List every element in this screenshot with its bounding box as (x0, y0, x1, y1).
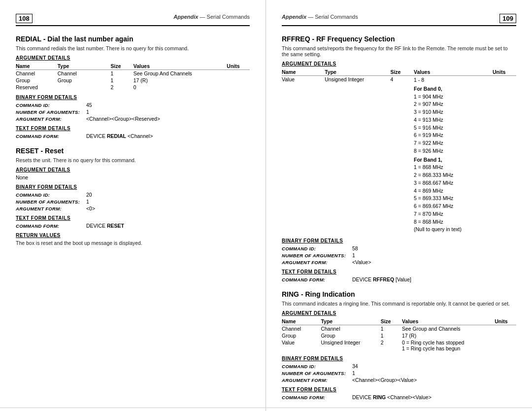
cell-size: 2 (111, 84, 133, 91)
table-row: Group Group 1 17 (R) (16, 77, 250, 84)
ring-cmd-id: COMMAND ID: 34 (282, 363, 516, 369)
table-row: Channel Channel 1 See Group And Channels (16, 70, 250, 77)
list-item: 7 = 870 MHz (414, 210, 491, 218)
list-item: 4 = 869 MHz (414, 187, 491, 195)
left-header: 108 Appendix — Serial Commands (16, 14, 250, 26)
list-item: 1 = 868 MHz (414, 164, 491, 171)
rffreq-arg-form: ARGUMENT FORM: <Value> (282, 259, 516, 265)
left-header-title: Appendix — Serial Commands (173, 14, 250, 20)
list-item: 5 = 869.333 MHz (414, 195, 491, 203)
right-page-number: 109 (499, 14, 516, 23)
table-row: Group Group 1 17 (R) (282, 332, 516, 339)
rffreq-num-args: NUMBER OF ARGUMENTS: 1 (282, 252, 516, 258)
cell-units (227, 70, 250, 77)
left-page-number: 108 (16, 14, 33, 23)
reset-return-title: RETURN VALUES (16, 233, 250, 238)
table-row: Value Unsigned Integer 4 1 - 8 For Band … (282, 76, 516, 235)
list-item: 1 = 904 MHz (414, 93, 491, 101)
cell-units (227, 77, 250, 84)
ring-desc: This command indicates a ringing line. T… (282, 301, 516, 307)
col-name: Name (16, 63, 58, 70)
list-item: 3 = 910 MHz (414, 108, 491, 116)
cell-units (227, 84, 250, 91)
list-item: 0 = Ring cycle has stopped (402, 340, 493, 345)
col-values: Values (414, 68, 493, 76)
table-row: Channel Channel 1 See Group and Channels (282, 325, 516, 333)
ring-cmd-form: COMMAND FORM: DEVICE RING <Channel><Valu… (282, 394, 516, 400)
rffreq-desc: This command sets/reports the frequency … (282, 45, 516, 57)
redial-title: REDIAL - Dial the last number again (16, 35, 250, 43)
left-footer: Technical Services Group ~ 1-800-283-593… (0, 408, 266, 411)
right-page: Appendix — Serial Commands 109 RFFREQ - … (266, 0, 532, 411)
reset-text-title: TEXT FORM DETAILS (16, 215, 250, 221)
list-item: For Band 1, (414, 156, 491, 164)
list-item: 4 = 913 MHz (414, 116, 491, 124)
cell-values: 17 (R) (133, 77, 227, 84)
list-item: 1 - 8 (414, 76, 491, 84)
col-type: Type (321, 318, 380, 325)
rffreq-cmd-id: COMMAND ID: 58 (282, 245, 516, 251)
redial-arg-form: ARGUMENT FORM: <Channel><Group><Reserved… (16, 116, 250, 122)
list-item: 8 = 926 MHz (414, 147, 491, 155)
list-item: 5 = 916 MHz (414, 124, 491, 132)
list-item: 3 = 868.667 MHz (414, 179, 491, 187)
cell-units (493, 76, 516, 235)
col-name: Name (282, 318, 321, 325)
rffreq-arg-table: Name Type Size Values Units Value Unsign… (282, 68, 516, 234)
redial-num-args: NUMBER OF ARGUMENTS: 1 (16, 109, 250, 115)
col-size: Size (381, 318, 402, 325)
ring-arg-title: ARGUMENT DETAILS (282, 310, 516, 316)
cell-name: Group (16, 77, 58, 84)
ring-arg-table: Name Type Size Values Units Channel Chan… (282, 318, 516, 352)
cell-type (58, 84, 111, 91)
list-item: 2 = 868.333 MHz (414, 171, 491, 179)
ring-title: RING - Ring Indication (282, 290, 516, 298)
reset-section: RESET - Reset Resets the unit. There is … (16, 147, 250, 246)
col-type: Type (325, 68, 390, 76)
reset-arg-title: ARGUMENT DETAILS (16, 167, 250, 172)
cell-values: 0 (133, 84, 227, 91)
rffreq-arg-title: ARGUMENT DETAILS (282, 61, 516, 67)
rffreq-cmd-form: COMMAND FORM: DEVICE RFFREQ [Value] (282, 276, 516, 282)
col-size: Size (111, 63, 133, 70)
reset-return-text: The box is reset and the boot up message… (16, 240, 250, 246)
cell-values: See Group And Channels (133, 70, 227, 77)
cell-size: 1 (111, 70, 133, 77)
ring-arg-form: ARGUMENT FORM: <Channel><Group><Value> (282, 377, 516, 383)
rffreq-text-title: TEXT FORM DETAILS (282, 269, 516, 274)
left-page: 108 Appendix — Serial Commands REDIAL - … (0, 0, 266, 411)
table-row: Value Unsigned Integer 2 0 = Ring cycle … (282, 339, 516, 352)
cell-type: Group (58, 77, 111, 84)
reset-cmd-id: COMMAND ID: 20 (16, 192, 250, 198)
list-item: 6 = 919 MHz (414, 132, 491, 139)
list-item: (Null to query in text) (414, 226, 491, 234)
col-values: Values (402, 318, 495, 325)
redial-arg-table: Name Type Size Values Units Channel Chan… (16, 63, 250, 91)
ring-num-args: NUMBER OF ARGUMENTS: 1 (282, 370, 516, 376)
rffreq-title: RFFREQ - RF Frequency Selection (282, 35, 516, 43)
reset-arg-form: ARGUMENT FORM: <0> (16, 206, 250, 211)
col-units: Units (493, 68, 516, 76)
redial-cmd-form: COMMAND FORM: DEVICE REDIAL <Channel> (16, 133, 250, 139)
col-values: Values (133, 63, 227, 70)
redial-desc: This command redials the last number. Th… (16, 45, 250, 51)
cell-name: Reserved (16, 84, 58, 91)
reset-binary-title: BINARY FORM DETAILS (16, 184, 250, 190)
cell-size: 4 (390, 76, 414, 235)
reset-num-args: NUMBER OF ARGUMENTS: 1 (16, 199, 250, 205)
list-item: 1 = Ring cycle has begun (402, 345, 493, 351)
redial-cmd-id: COMMAND ID: 45 (16, 102, 250, 108)
ring-text-title: TEXT FORM DETAILS (282, 387, 516, 392)
col-size: Size (390, 68, 414, 76)
redial-text-title: TEXT FORM DETAILS (16, 126, 250, 131)
col-name: Name (282, 68, 325, 76)
list-item: 6 = 869.667 MHz (414, 203, 491, 210)
right-header: Appendix — Serial Commands 109 (282, 14, 516, 26)
list-item: 2 = 907 MHz (414, 101, 491, 108)
reset-desc: Resets the unit. There is no query for t… (16, 157, 250, 163)
col-units: Units (227, 63, 250, 70)
redial-arg-title: ARGUMENT DETAILS (16, 55, 250, 61)
reset-title: RESET - Reset (16, 147, 250, 155)
right-header-title: Appendix — Serial Commands (282, 14, 358, 20)
cell-type: Channel (58, 70, 111, 77)
